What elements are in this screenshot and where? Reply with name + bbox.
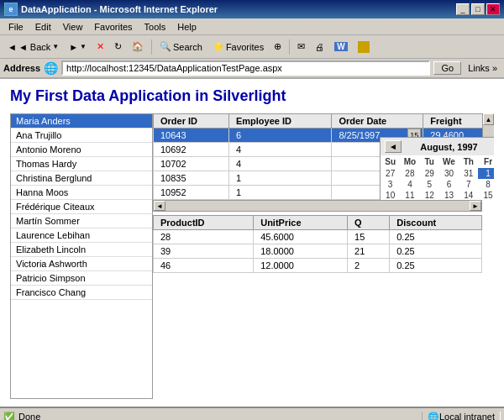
col-employee-id: Employee ID [228,114,331,129]
scroll-up-button[interactable]: ▲ [483,113,494,125]
cal-day-0-1[interactable]: 28 [400,168,419,179]
titlebar: e DataApplication - Microsoft Internet E… [0,0,504,18]
cal-day-2-2[interactable]: 12 [420,190,439,200]
app-icon: e [4,3,18,16]
stop-button[interactable]: ✕ [92,38,108,56]
cal-day-2-0[interactable]: 10 [381,190,400,200]
print-button[interactable]: 🖨 [311,38,328,56]
cal-day-1-2[interactable]: 5 [420,179,439,190]
employee-id-3: 1 [228,171,331,186]
favorites-button[interactable]: ⭐ Favorites [208,38,268,56]
refresh-button[interactable]: ↻ [110,38,126,56]
main-layout: Maria Anders Ana Trujillo Antonio Moreno… [10,113,494,399]
calendar-popup: ◄ August, 1997 ► Su Mo Tu We Th [380,137,494,200]
calendar-month: August, 1997 [420,142,477,152]
customer-item-4[interactable]: Christina Berglund [11,171,152,186]
cal-day-0-3[interactable]: 30 [439,168,459,179]
media-button[interactable]: ⊕ [270,38,286,56]
scroll-left-button[interactable]: ◄ [154,201,165,211]
cal-day-2-1[interactable]: 11 [400,190,419,200]
customer-item-8[interactable]: Laurence Lebihan [11,228,152,243]
cal-day-0-4[interactable]: 31 [459,168,478,179]
toolbar-separator-2 [289,39,290,55]
customer-item-10[interactable]: Victoria Ashworth [11,257,152,271]
word-button[interactable]: W [330,38,351,56]
calendar-grid: Su Mo Tu We Th Fr Sa 2728293031123456789… [381,155,494,200]
qty-2: 2 [348,259,390,273]
employee-id-4: 1 [228,186,331,200]
menu-favorites[interactable]: Favorites [89,21,137,33]
product-id-2: 46 [154,259,254,273]
back-button[interactable]: ◄ ◄ Back ▼ [3,38,63,56]
cal-day-0-5[interactable]: 1 [478,168,494,179]
window-title: DataApplication - Microsoft Internet Exp… [21,4,218,14]
menu-file[interactable]: File [3,21,29,33]
product-row-2[interactable]: 46 12.0000 2 0.25 [154,259,482,273]
links-button[interactable]: Links » [465,62,501,74]
unit-price-2: 12.0000 [254,259,348,273]
customer-item-6[interactable]: Frédérique Citeaux [11,200,152,214]
order-id-2: 10702 [154,157,229,171]
order-id-4: 10952 [154,186,229,200]
cal-day-1-1[interactable]: 4 [400,179,419,190]
horizontal-scrollbar[interactable]: ◄ ► [153,200,482,212]
minimize-button[interactable]: _ [456,3,470,15]
go-button[interactable]: Go [433,61,461,75]
close-button[interactable]: ✕ [486,3,500,15]
customer-item-11[interactable]: Patricio Simpson [11,271,152,286]
cal-day-1-4[interactable]: 7 [459,179,478,190]
discount-0: 0.25 [390,230,482,244]
customer-list: Maria Anders Ana Trujillo Antonio Moreno… [10,113,153,399]
product-id-0: 28 [154,230,254,244]
status-text: Done [18,412,40,420]
cal-header-th: Th [459,155,478,168]
mail-button[interactable]: ✉ [293,38,309,56]
home-icon: 🏠 [132,41,144,52]
menu-tools[interactable]: Tools [139,21,171,33]
cal-header-fr: Fr [478,155,494,168]
cal-day-1-3[interactable]: 6 [439,179,459,190]
cal-day-2-3[interactable]: 13 [439,190,459,200]
back-icon: ◄ [8,42,17,52]
forward-icon: ► [69,42,78,52]
order-id-3: 10835 [154,171,229,186]
calendar-prev-button[interactable]: ◄ [385,140,402,153]
col-order-date: Order Date [332,114,423,129]
customer-item-7[interactable]: Martín Sommer [11,214,152,228]
windows-icon [358,41,370,53]
customer-item-5[interactable]: Hanna Moos [11,186,152,200]
star-icon: ⭐ [213,41,224,52]
scroll-right-button[interactable]: ► [470,201,481,211]
cal-day-0-0[interactable]: 27 [381,168,400,179]
cal-day-1-0[interactable]: 3 [381,179,400,190]
word-icon: W [334,42,347,51]
windows-button[interactable] [354,38,374,56]
customer-item-1[interactable]: Ana Trujillo [11,129,152,143]
maximize-button[interactable]: □ [471,3,485,15]
customer-item-3[interactable]: Thomas Hardy [11,157,152,171]
qty-0: 15 [348,230,390,244]
menu-edit[interactable]: Edit [30,21,56,33]
stop-icon: ✕ [97,41,104,52]
address-input[interactable] [61,60,430,76]
search-icon: 🔍 [160,41,171,52]
cal-header-we: We [439,155,459,168]
menu-help[interactable]: Help [172,21,202,33]
cal-day-1-5[interactable]: 8 [478,179,494,190]
cal-day-2-5[interactable]: 15 [478,190,494,200]
cal-day-0-2[interactable]: 29 [420,168,439,179]
discount-2: 0.25 [390,259,482,273]
menu-view[interactable]: View [58,21,88,33]
cal-day-2-4[interactable]: 14 [459,190,478,200]
forward-button[interactable]: ► ▼ [65,38,91,56]
product-row-1[interactable]: 39 18.0000 21 0.25 [154,244,482,259]
customer-item-0[interactable]: Maria Anders [11,114,152,129]
customer-item-9[interactable]: Elizabeth Lincoln [11,243,152,257]
print-icon: 🖨 [315,42,324,52]
product-row-0[interactable]: 28 45.6000 15 0.25 [154,230,482,244]
customer-item-12[interactable]: Francisco Chang [11,286,152,300]
home-button[interactable]: 🏠 [128,38,148,56]
customer-item-2[interactable]: Antonio Moreno [11,143,152,157]
toolbar-separator-1 [151,39,152,55]
search-button[interactable]: 🔍 Search [155,38,207,56]
